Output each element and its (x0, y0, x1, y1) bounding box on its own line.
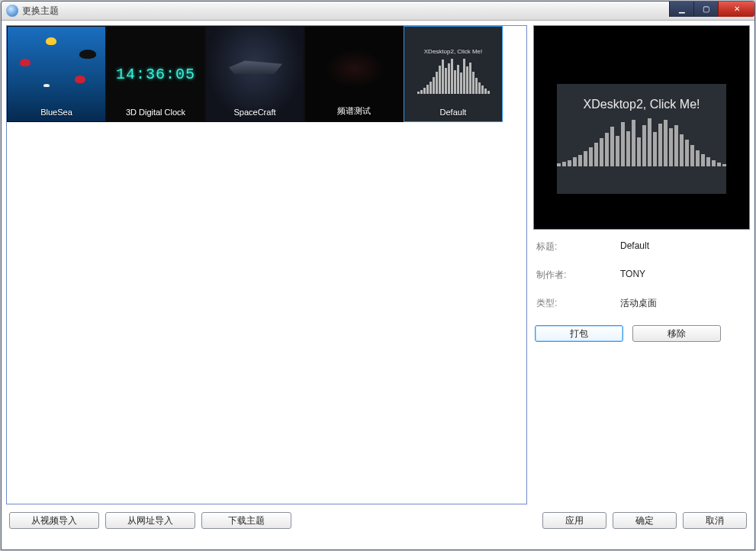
theme-tile-spectrum-test[interactable]: 频谱测试 (304, 26, 404, 122)
preview-content: XDesktop2, Click Me! (557, 84, 726, 194)
import-from-url-button[interactable]: 从网址导入 (105, 512, 195, 529)
detail-row-type: 类型: 活动桌面 (536, 297, 748, 310)
detail-value: 活动桌面 (620, 297, 657, 310)
theme-tile-bluesea[interactable]: BlueSea (7, 26, 106, 122)
ok-button[interactable]: 确定 (613, 512, 677, 529)
detail-label: 标题: (536, 240, 620, 253)
content-area: BlueSea 14:36:05 3D Digital Clock SpaceC… (2, 21, 754, 504)
theme-details: 标题: Default 制作者: TONY 类型: 活动桌面 (533, 230, 750, 325)
titlebar[interactable]: 更换主题 ▁ ▢ ✕ (2, 2, 754, 21)
theme-tile-3d-digital-clock[interactable]: 14:36:05 3D Digital Clock (106, 26, 205, 122)
theme-gallery-panel: BlueSea 14:36:05 3D Digital Clock SpaceC… (6, 25, 527, 504)
theme-caption: BlueSea (8, 108, 105, 117)
minimize-button[interactable]: ▁ (669, 2, 693, 17)
close-icon: ✕ (734, 5, 740, 13)
side-action-buttons: 打包 移除 (533, 325, 750, 342)
theme-gallery: BlueSea 14:36:05 3D Digital Clock SpaceC… (7, 26, 526, 122)
preview-title: XDesktop2, Click Me! (584, 98, 700, 111)
download-theme-button[interactable]: 下载主题 (201, 512, 291, 529)
cancel-button[interactable]: 取消 (683, 512, 747, 529)
theme-caption: Default (404, 108, 502, 117)
detail-label: 制作者: (536, 269, 620, 282)
window-controls: ▁ ▢ ✕ (669, 2, 754, 17)
maximize-icon: ▢ (703, 5, 709, 13)
remove-button[interactable]: 移除 (632, 325, 721, 342)
footer: 从视频导入 从网址导入 下载主题 应用 确定 取消 (2, 504, 754, 536)
detail-row-author: 制作者: TONY (536, 269, 748, 282)
theme-caption: 频谱测试 (305, 105, 403, 117)
theme-preview: XDesktop2, Click Me! (533, 25, 750, 230)
theme-tile-spacecraft[interactable]: SpaceCraft (205, 26, 304, 122)
minimize-icon: ▁ (679, 5, 685, 13)
import-from-video-button[interactable]: 从视频导入 (9, 512, 99, 529)
detail-value: TONY (620, 269, 645, 282)
theme-caption: SpaceCraft (206, 108, 304, 117)
close-button[interactable]: ✕ (718, 2, 754, 17)
thumbnail-label: XDesktop2, Click Me! (404, 48, 502, 55)
detail-label: 类型: (536, 297, 620, 310)
app-icon (6, 5, 18, 17)
theme-tile-default[interactable]: XDesktop2, Click Me! Default (404, 26, 503, 122)
equalizer-icon (557, 118, 726, 166)
clock-readout: 14:36:05 (116, 66, 195, 83)
window-title: 更换主题 (22, 5, 59, 18)
apply-button[interactable]: 应用 (542, 512, 606, 529)
side-panel: XDesktop2, Click Me! 标题: (533, 25, 750, 504)
equalizer-icon (412, 57, 494, 94)
theme-caption: 3D Digital Clock (107, 108, 204, 117)
theme-switcher-window: 更换主题 ▁ ▢ ✕ BlueSea 14:36:05 3D Digital C… (1, 1, 755, 550)
detail-value: Default (620, 240, 649, 253)
maximize-button[interactable]: ▢ (693, 2, 718, 17)
detail-row-title: 标题: Default (536, 240, 748, 253)
pack-button[interactable]: 打包 (535, 325, 623, 342)
